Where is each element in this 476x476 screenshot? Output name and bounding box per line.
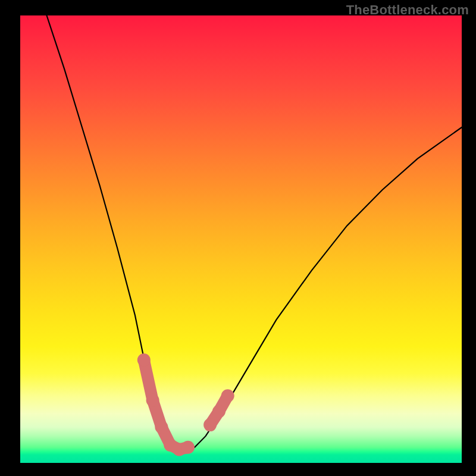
highlight-dot — [212, 405, 226, 418]
highlight-dot — [146, 394, 159, 407]
highlight-dot — [137, 353, 151, 367]
dip-highlight-right — [203, 389, 234, 431]
highlight-dot — [203, 418, 217, 431]
chart-svg — [20, 15, 462, 463]
watermark-text: TheBottleneck.com — [346, 2, 469, 18]
highlight-dot — [181, 441, 195, 454]
bottleneck-curve — [47, 15, 462, 449]
dip-highlight-left — [137, 353, 195, 456]
highlight-dot — [155, 421, 168, 434]
highlight-dot — [221, 389, 234, 402]
chart-frame: TheBottleneck.com — [0, 0, 476, 476]
